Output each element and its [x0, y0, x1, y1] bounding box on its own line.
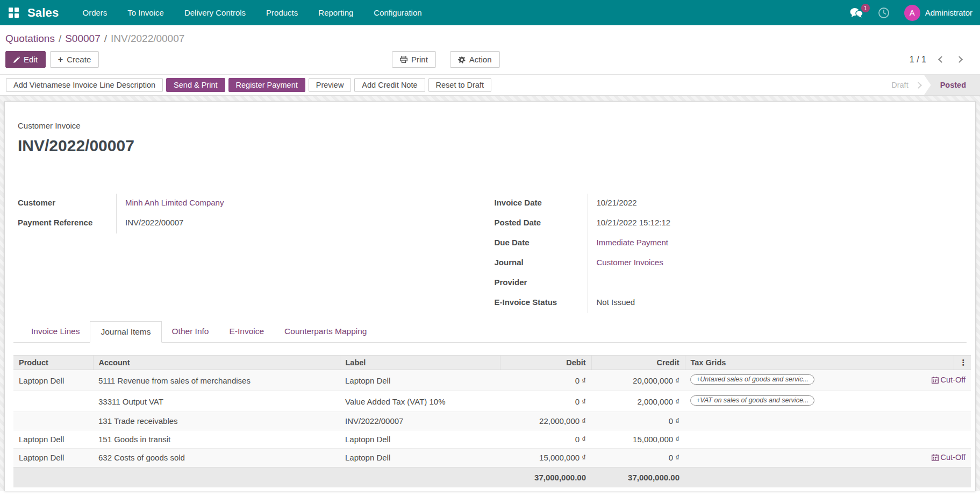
col-account[interactable]: Account [93, 356, 340, 370]
payment-reference-value: INV/2022/00007 [116, 214, 490, 233]
table-row[interactable]: Laptopn Dell 151 Goods in transit Laptop… [13, 430, 971, 449]
pager-count: 1 / 1 [910, 55, 926, 65]
col-debit[interactable]: Debit [500, 356, 591, 370]
action-button[interactable]: Action [450, 51, 500, 68]
cutoff-button[interactable]: Cut-Off [932, 453, 965, 462]
pager-next-icon[interactable] [956, 56, 963, 63]
statusbar: Add Vietnamese Invoice Line Description … [0, 74, 980, 96]
avatar: A [904, 5, 920, 21]
field-due-date: Due Date Immediate Payment [495, 233, 962, 253]
customer-link[interactable]: Minh Anh Limited Company [125, 198, 224, 207]
breadcrumb-current: INV/2022/00007 [111, 33, 184, 44]
document-type-label: Customer Invoice [13, 121, 967, 130]
form-background: Customer Invoice INV/2022/00007 Customer… [0, 96, 980, 491]
menu-to-invoice[interactable]: To Invoice [127, 1, 164, 25]
tab-counterparts-mapping[interactable]: Counterparts Mapping [274, 321, 377, 342]
posted-date-value: 10/21/2022 15:12:12 [588, 214, 962, 233]
pager: 1 / 1 [910, 55, 969, 65]
add-credit-note-button[interactable]: Add Credit Note [354, 78, 425, 92]
breadcrumb-quotations[interactable]: Quotations [5, 33, 55, 44]
tax-grid-tag[interactable]: +VAT on sales of goods and service... [690, 395, 814, 406]
table-row[interactable]: Laptopn Dell 632 Costs of goods sold Lap… [13, 449, 971, 467]
gear-icon [458, 56, 466, 63]
credit-total: 37,000,000.00 [591, 467, 685, 487]
register-payment-button[interactable]: Register Payment [228, 78, 305, 92]
pager-previous-icon[interactable] [938, 56, 945, 63]
app-name[interactable]: Sales [27, 6, 59, 20]
einvoice-status-value: Not Issued [588, 293, 962, 313]
calendar-icon [932, 454, 939, 461]
messages-badge: 1 [861, 4, 870, 12]
field-posted-date: Posted Date 10/21/2022 15:12:12 [495, 214, 962, 233]
menu-delivery-controls[interactable]: Delivery Controls [184, 1, 246, 25]
invoice-sheet: Customer Invoice INV/2022/00007 Customer… [4, 101, 976, 491]
main-menu: Orders To Invoice Delivery Controls Prod… [83, 1, 422, 25]
col-label[interactable]: Label [340, 356, 500, 370]
user-name: Administrator [925, 8, 972, 17]
tab-invoice-lines[interactable]: Invoice Lines [21, 321, 90, 342]
field-customer: Customer Minh Anh Limited Company [18, 194, 490, 214]
pencil-icon [13, 56, 20, 63]
print-button[interactable]: Print [392, 51, 436, 68]
field-invoice-date: Invoice Date 10/21/2022 [495, 194, 962, 214]
tab-journal-items[interactable]: Journal Items [90, 321, 161, 343]
apps-menu-icon[interactable] [9, 8, 19, 18]
state-draft[interactable]: Draft [886, 75, 911, 95]
printer-icon [400, 56, 407, 63]
preview-button[interactable]: Preview [309, 78, 352, 92]
user-menu[interactable]: A Administrator [904, 5, 972, 21]
table-footer-row: 37,000,000.00 37,000,000.00 [13, 467, 971, 487]
state-widget: Draft Posted [886, 75, 980, 95]
tax-grid-tag[interactable]: +Untaxed sales of goods and servic... [690, 374, 814, 385]
notebook-tabs: Invoice Lines Journal Items Other Info E… [13, 321, 967, 343]
journal-link[interactable]: Customer Invoices [597, 258, 663, 267]
table-row[interactable]: 131 Trade receivables INV/2022/00007 22,… [13, 412, 971, 430]
table-row[interactable]: 33311 Output VAT Value Added Tax (VAT) 1… [13, 391, 971, 412]
plus-icon: + [58, 57, 63, 62]
menu-configuration[interactable]: Configuration [374, 1, 421, 25]
messages-icon[interactable]: 1 [850, 8, 863, 18]
edit-button[interactable]: Edit [5, 51, 46, 68]
breadcrumb: Quotations/S00007/INV/2022/00007 [5, 31, 975, 50]
table-header-row: Product Account Label Debit Credit Tax G… [13, 356, 971, 370]
control-panel: Quotations/S00007/INV/2022/00007 Edit + … [0, 25, 980, 74]
table-row[interactable]: Laptopn Dell 5111 Revenue from sales of … [13, 370, 971, 391]
create-button[interactable]: + Create [50, 51, 99, 68]
state-posted: Posted [924, 75, 980, 95]
field-payment-reference: Payment Reference INV/2022/00007 [18, 214, 490, 233]
breadcrumb-s00007[interactable]: S00007 [65, 33, 101, 44]
field-provider: Provider [495, 273, 962, 293]
send-print-button[interactable]: Send & Print [166, 78, 225, 92]
menu-orders[interactable]: Orders [83, 1, 108, 25]
calendar-icon [932, 377, 939, 384]
field-journal: Journal Customer Invoices [495, 253, 962, 273]
cutoff-button[interactable]: Cut-Off [932, 375, 965, 384]
invoice-number-title: INV/2022/00007 [13, 137, 967, 155]
tab-other-info[interactable]: Other Info [162, 321, 219, 342]
activities-clock-icon[interactable] [877, 6, 890, 19]
debit-total: 37,000,000.00 [500, 467, 591, 487]
journal-items-table: Product Account Label Debit Credit Tax G… [13, 355, 971, 487]
reset-to-draft-button[interactable]: Reset to Draft [428, 78, 491, 92]
field-einvoice-status: E-Invoice Status Not Issued [495, 293, 962, 313]
col-credit[interactable]: Credit [591, 356, 685, 370]
provider-value [588, 273, 962, 293]
add-vietnamese-description-button[interactable]: Add Vietnamese Invoice Line Description [6, 78, 163, 92]
col-tax-grids[interactable]: Tax Grids [685, 356, 889, 370]
payment-terms-link[interactable]: Immediate Payment [597, 238, 668, 247]
menu-reporting[interactable]: Reporting [318, 1, 353, 25]
state-arrow-icon [915, 82, 922, 89]
optional-columns-toggle-icon[interactable]: ⋮ [954, 356, 971, 370]
top-navbar: Sales Orders To Invoice Delivery Control… [0, 0, 980, 25]
menu-products[interactable]: Products [266, 1, 298, 25]
invoice-date-value: 10/21/2022 [588, 194, 962, 214]
col-product[interactable]: Product [13, 356, 93, 370]
tab-e-invoice[interactable]: E-Invoice [219, 321, 274, 342]
